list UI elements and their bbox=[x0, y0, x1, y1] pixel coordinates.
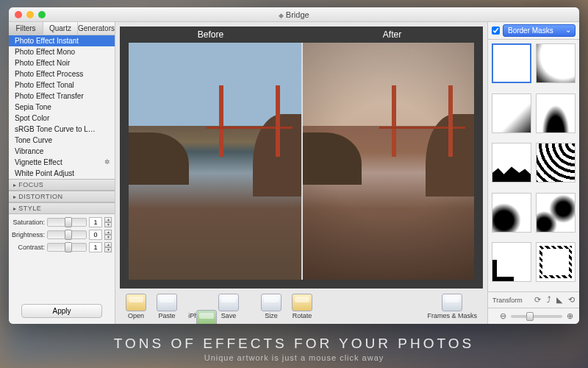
flip-horizontal-icon[interactable]: ⟳ bbox=[534, 295, 541, 304]
filter-item[interactable]: Photo Effect Mono bbox=[9, 46, 115, 57]
left-sidebar: Filters Quartz Generators Photo Effect I… bbox=[9, 22, 115, 324]
mask-thumb[interactable] bbox=[492, 43, 531, 83]
open-label: Open bbox=[128, 312, 144, 319]
zoom-in-icon[interactable]: ⊕ bbox=[567, 311, 573, 321]
rotate-left-icon[interactable]: ◣ bbox=[556, 295, 562, 304]
zoom-bar: ⊖ ⊕ bbox=[488, 308, 579, 324]
save-label: Save bbox=[221, 312, 237, 319]
filter-item[interactable]: Vibrance bbox=[9, 146, 115, 157]
flip-vertical-icon[interactable]: ⤴ bbox=[547, 295, 551, 304]
rotate-right-icon[interactable]: ⟲ bbox=[568, 295, 575, 304]
app-window: Bridge Filters Quartz Generators Photo E… bbox=[9, 7, 579, 324]
close-window-button[interactable] bbox=[15, 11, 22, 18]
saturation-label: Saturation: bbox=[12, 219, 45, 226]
frames-masks-label: Frames & Masks bbox=[427, 312, 477, 319]
filter-list: Photo Effect Instant Photo Effect Mono P… bbox=[9, 35, 115, 179]
mask-thumb[interactable] bbox=[492, 143, 531, 183]
size-icon bbox=[261, 294, 282, 311]
brightness-slider[interactable] bbox=[47, 230, 87, 239]
window-title: Bridge bbox=[279, 10, 309, 19]
brightness-label: Brightness: bbox=[12, 231, 45, 238]
tab-filters[interactable]: Filters bbox=[9, 22, 43, 35]
open-icon bbox=[126, 294, 146, 311]
brightness-value[interactable]: 0 bbox=[89, 230, 102, 240]
mask-thumb[interactable] bbox=[492, 93, 531, 133]
tab-quartz[interactable]: Quartz bbox=[43, 22, 78, 35]
marketing-tagline: Tons of effects for your photos Unique a… bbox=[0, 336, 588, 362]
tab-generators[interactable]: Generators bbox=[78, 22, 115, 35]
mask-thumb[interactable] bbox=[536, 193, 576, 233]
open-button[interactable]: Open bbox=[123, 292, 149, 321]
paste-button[interactable]: Paste bbox=[154, 292, 180, 321]
rotate-label: Rotate bbox=[293, 312, 312, 319]
preview-photo bbox=[129, 43, 474, 280]
paste-icon bbox=[157, 294, 177, 311]
before-after-divider[interactable] bbox=[301, 43, 303, 280]
filter-item[interactable]: Spot Color bbox=[9, 113, 115, 124]
minimize-window-button[interactable] bbox=[26, 11, 34, 18]
filter-item[interactable]: Photo Effect Instant bbox=[9, 35, 115, 46]
titlebar: Bridge bbox=[9, 7, 579, 22]
filter-item[interactable]: Sepia Tone bbox=[9, 102, 115, 113]
iphoto-icon bbox=[196, 310, 217, 325]
filter-item[interactable]: Photo Effect Transfer bbox=[9, 91, 115, 102]
saturation-value[interactable]: 1 bbox=[89, 217, 102, 227]
save-icon bbox=[218, 294, 239, 311]
mask-thumb[interactable] bbox=[492, 242, 531, 282]
filter-item[interactable]: Photo Effect Tonal bbox=[9, 79, 115, 91]
filter-item[interactable]: Photo Effect Noir bbox=[9, 57, 115, 68]
paste-label: Paste bbox=[158, 312, 175, 319]
mask-thumb[interactable] bbox=[536, 242, 576, 282]
frames-masks-button[interactable]: Frames & Masks bbox=[424, 292, 480, 321]
tagline-heading: Tons of effects for your photos bbox=[0, 336, 588, 352]
filter-item[interactable]: White Point Adjust bbox=[9, 168, 115, 179]
border-masks-dropdown[interactable]: Border Masks bbox=[503, 24, 576, 37]
style-sliders: Saturation: 1 ▴▾ Brightness: 0 ▴▾ Contra… bbox=[9, 214, 115, 258]
transform-label: Transform bbox=[492, 297, 523, 304]
filter-item-label: Vignette Effect bbox=[15, 158, 62, 166]
filter-item[interactable]: Vignette Effect✲ bbox=[9, 157, 115, 168]
contrast-stepper[interactable]: ▴▾ bbox=[104, 242, 112, 252]
rotate-icon bbox=[292, 294, 312, 311]
border-masks-checkbox[interactable] bbox=[492, 26, 500, 35]
mask-thumb[interactable] bbox=[536, 43, 576, 83]
gear-icon[interactable]: ✲ bbox=[104, 158, 110, 166]
filter-item[interactable]: sRGB Tone Curve to L… bbox=[9, 124, 115, 135]
section-style[interactable]: STYLE bbox=[9, 202, 115, 214]
filter-item[interactable]: Tone Curve bbox=[9, 135, 115, 146]
bottom-toolbar: Open Paste iPhoto Save Size Rotate Frame… bbox=[115, 289, 487, 324]
save-button[interactable]: Save bbox=[215, 292, 242, 321]
frames-masks-icon bbox=[442, 294, 462, 311]
canvas-area: Before After Open Paste bbox=[115, 22, 487, 324]
filter-item[interactable]: Photo Effect Process bbox=[9, 68, 115, 79]
sidebar-tabs: Filters Quartz Generators bbox=[9, 22, 115, 35]
apply-button[interactable]: Apply bbox=[21, 304, 102, 318]
image-canvas: Before After bbox=[120, 26, 483, 289]
zoom-slider[interactable] bbox=[511, 315, 562, 318]
mask-thumb[interactable] bbox=[536, 93, 576, 133]
contrast-slider[interactable] bbox=[47, 243, 87, 252]
mask-thumbnails bbox=[488, 40, 579, 291]
mask-thumb[interactable] bbox=[492, 193, 531, 233]
right-panel: Border Masks Transform ⟳ ⤴ ◣ bbox=[487, 22, 579, 324]
section-focus[interactable]: FOCUS bbox=[9, 179, 115, 191]
contrast-label: Contrast: bbox=[12, 244, 45, 251]
tagline-sub: Unique artwork is just a mouse click awa… bbox=[0, 353, 588, 362]
size-button[interactable]: Size bbox=[258, 292, 284, 321]
after-label: After bbox=[301, 29, 483, 40]
contrast-value[interactable]: 1 bbox=[89, 242, 102, 252]
section-distortion[interactable]: DISTORTION bbox=[9, 191, 115, 202]
saturation-slider[interactable] bbox=[47, 218, 87, 227]
rotate-button[interactable]: Rotate bbox=[289, 292, 315, 321]
mask-thumb[interactable] bbox=[536, 143, 576, 183]
before-label: Before bbox=[120, 29, 301, 40]
zoom-window-button[interactable] bbox=[38, 11, 46, 18]
iphoto-button[interactable]: iPhoto bbox=[184, 292, 211, 321]
zoom-out-icon[interactable]: ⊖ bbox=[500, 311, 506, 321]
saturation-stepper[interactable]: ▴▾ bbox=[104, 217, 112, 227]
size-label: Size bbox=[265, 312, 278, 319]
brightness-stepper[interactable]: ▴▾ bbox=[104, 230, 112, 240]
